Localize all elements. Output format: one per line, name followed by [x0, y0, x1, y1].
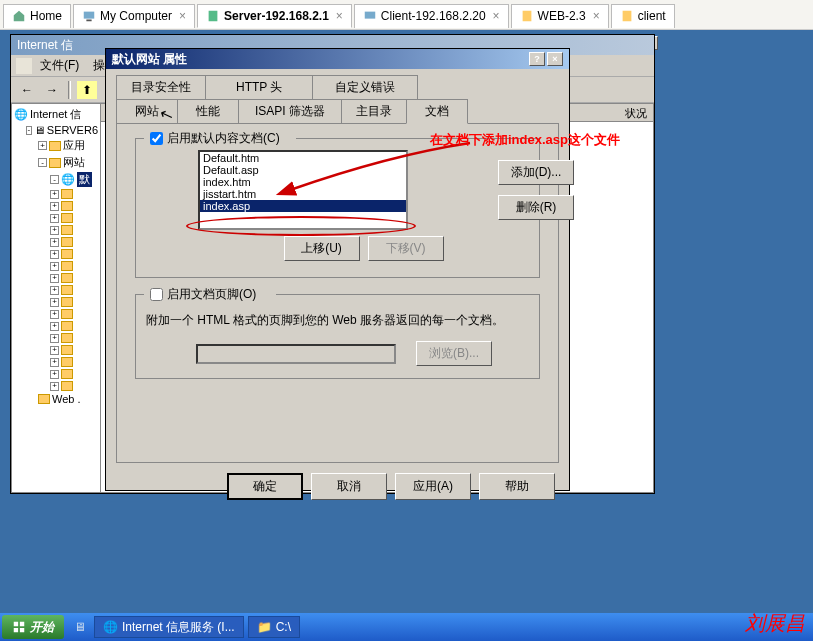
tab-label: WEB-2.3 [538, 9, 586, 23]
tree-sub[interactable]: + [14, 344, 98, 356]
tree-sub[interactable]: + [14, 284, 98, 296]
tab-home-dir[interactable]: 主目录 [341, 99, 407, 123]
site-properties-dialog: 默认网站 属性 ? × 目录安全性 HTTP 头 自定义错误 网站 性能 ISA… [105, 48, 570, 491]
svg-rect-5 [622, 11, 631, 22]
separator [68, 81, 71, 99]
tree-sub[interactable]: + [14, 236, 98, 248]
tab-perf[interactable]: 性能 [177, 99, 239, 123]
default-documents-group: 启用默认内容文档(C) Default.htm Default.asp inde… [135, 138, 540, 278]
svg-rect-3 [365, 12, 376, 19]
checkbox[interactable] [150, 288, 163, 301]
document-footer-group: 启用文档页脚(O) 附加一个 HTML 格式的页脚到您的 Web 服务器返回的每… [135, 294, 540, 379]
list-item-selected[interactable]: index.asp [200, 200, 406, 212]
client-icon [363, 9, 377, 23]
tree-sub[interactable]: + [14, 200, 98, 212]
move-up-button[interactable]: 上移(U) [284, 236, 360, 261]
tab-isapi[interactable]: ISAPI 筛选器 [238, 99, 342, 123]
tree-sub[interactable]: + [14, 332, 98, 344]
tree-sub[interactable]: + [14, 260, 98, 272]
tab-server[interactable]: Server-192.168.2.1 × [197, 4, 352, 28]
tree-sub[interactable]: + [14, 296, 98, 308]
task-icon: 📁 [257, 620, 272, 634]
close-icon[interactable]: × [336, 9, 343, 23]
tab-label: My Computer [100, 9, 172, 23]
tree-default-site[interactable]: -🌐默 [14, 171, 98, 188]
tab-label: client [638, 9, 666, 23]
tree-panel[interactable]: 🌐Internet 信 -🖥SERVER6 +应用 -网站 -🌐默 + + + … [11, 103, 100, 493]
tab-client[interactable]: client [611, 4, 675, 28]
tab-client-2[interactable]: Client-192.168.2.20 × [354, 4, 509, 28]
tab-my-computer[interactable]: My Computer × [73, 4, 195, 28]
dialog-title-bar[interactable]: 默认网站 属性 ? × [106, 49, 569, 69]
tree-root[interactable]: 🌐Internet 信 [14, 106, 98, 123]
tab-label: Client-192.168.2.20 [381, 9, 486, 23]
tab-dir-security[interactable]: 目录安全性 [116, 75, 206, 99]
help-button[interactable]: ? [529, 52, 545, 66]
enable-footer-checkbox[interactable]: 启用文档页脚(O) [146, 286, 260, 303]
dialog-title: 默认网站 属性 [112, 51, 187, 68]
checkbox[interactable] [150, 132, 163, 145]
dialog-content: 启用默认内容文档(C) Default.htm Default.asp inde… [116, 123, 559, 463]
apply-button[interactable]: 应用(A) [395, 473, 471, 500]
dialog-button-row: 确定 取消 应用(A) 帮助 [106, 473, 569, 500]
dialog-tabs: 目录安全性 HTTP 头 自定义错误 网站 性能 ISAPI 筛选器 主目录 文… [106, 69, 569, 123]
close-button[interactable]: × [547, 52, 563, 66]
tab-label: Home [30, 9, 62, 23]
default-docs-listbox[interactable]: Default.htm Default.asp index.htm jissta… [198, 150, 408, 230]
footer-hint: 附加一个 HTML 格式的页脚到您的 Web 服务器返回的每一个文档。 [146, 312, 529, 329]
tree-sub[interactable]: + [14, 368, 98, 380]
doc-icon [520, 9, 534, 23]
home-icon [12, 9, 26, 23]
up-button[interactable]: ⬆ [76, 80, 98, 100]
annotation-text: 在文档下添加index.asp这个文件 [430, 131, 620, 149]
tree-sub[interactable]: + [14, 188, 98, 200]
tree-sub[interactable]: + [14, 272, 98, 284]
list-item[interactable]: jisstart.htm [200, 188, 406, 200]
tree-sub[interactable]: + [14, 308, 98, 320]
computer-icon [82, 9, 96, 23]
tree-web[interactable]: Web . [14, 392, 98, 406]
tab-label: Server-192.168.2.1 [224, 9, 329, 23]
add-button[interactable]: 添加(D)... [498, 160, 574, 185]
list-item[interactable]: index.htm [200, 176, 406, 188]
tab-custom-error[interactable]: 自定义错误 [312, 75, 418, 99]
move-down-button[interactable]: 下移(V) [368, 236, 444, 261]
remove-button[interactable]: 删除(R) [498, 195, 574, 220]
tree-sub[interactable]: + [14, 224, 98, 236]
start-label: 开始 [30, 619, 54, 636]
tree-sub[interactable]: + [14, 212, 98, 224]
tree-server[interactable]: -🖥SERVER6 [14, 123, 98, 137]
tab-home[interactable]: Home [3, 4, 71, 28]
quick-launch-icon[interactable]: 🖥 [70, 620, 90, 634]
browse-button[interactable]: 浏览(B)... [416, 341, 492, 366]
checkbox-label: 启用默认内容文档(C) [167, 130, 280, 147]
taskbar: 开始 🖥 🌐 Internet 信息服务 (I... 📁 C:\ [0, 613, 813, 641]
cancel-button[interactable]: 取消 [311, 473, 387, 500]
ok-button[interactable]: 确定 [227, 473, 303, 500]
list-item[interactable]: Default.htm [200, 152, 406, 164]
taskbar-item-explorer[interactable]: 📁 C:\ [248, 616, 300, 638]
start-button[interactable]: 开始 [2, 615, 64, 639]
close-icon[interactable]: × [593, 9, 600, 23]
enable-default-docs-checkbox[interactable]: 启用默认内容文档(C) [146, 130, 284, 147]
close-icon[interactable]: × [179, 9, 186, 23]
tab-http-header[interactable]: HTTP 头 [205, 75, 313, 99]
app-icon [16, 58, 32, 74]
tree-sub[interactable]: + [14, 356, 98, 368]
tab-document[interactable]: 文档 [406, 99, 468, 124]
tree-apppool[interactable]: +应用 [14, 137, 98, 154]
tree-sub[interactable]: + [14, 248, 98, 260]
tree-site[interactable]: -网站 [14, 154, 98, 171]
checkbox-label: 启用文档页脚(O) [167, 286, 256, 303]
footer-path-input [196, 344, 396, 364]
menu-file[interactable]: 文件(F) [34, 55, 85, 76]
tree-sub[interactable]: + [14, 380, 98, 392]
forward-button[interactable]: → [41, 80, 63, 100]
back-button[interactable]: ← [16, 80, 38, 100]
taskbar-item-iis[interactable]: 🌐 Internet 信息服务 (I... [94, 616, 244, 638]
tab-web23[interactable]: WEB-2.3 × [511, 4, 609, 28]
list-item[interactable]: Default.asp [200, 164, 406, 176]
tree-sub[interactable]: + [14, 320, 98, 332]
help-button[interactable]: 帮助 [479, 473, 555, 500]
close-icon[interactable]: × [493, 9, 500, 23]
